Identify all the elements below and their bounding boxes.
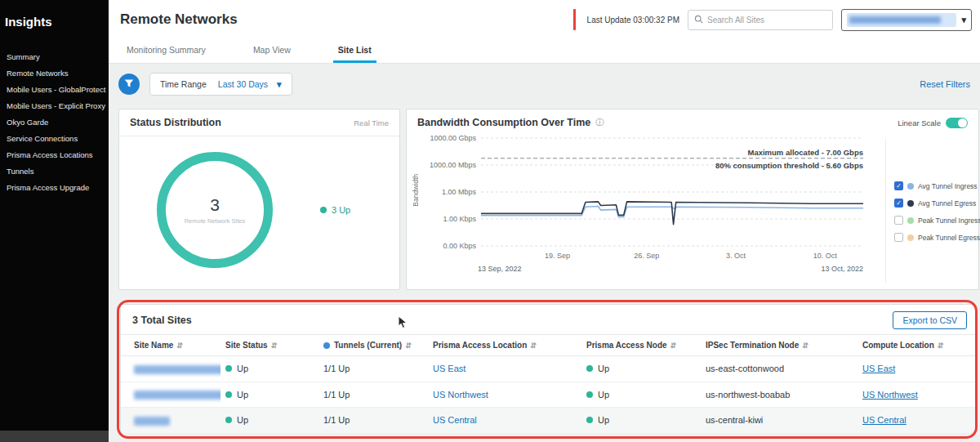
time-range-control[interactable]: Time Range Last 30 Days ▾ (149, 73, 292, 96)
sidebar-item-service-connections[interactable]: Service Connections (0, 130, 109, 146)
site-search[interactable] (688, 10, 833, 30)
series-color-dot (907, 234, 914, 241)
checkbox-icon[interactable]: ✓ (894, 181, 903, 190)
sidebar-footer (0, 431, 109, 442)
chevron-down-icon: ▾ (277, 79, 282, 90)
funnel-icon (124, 77, 134, 92)
info-icon[interactable]: ⓘ (595, 117, 604, 128)
compute-location-cell[interactable]: US Northwest (858, 382, 975, 408)
last-update-label: Last Update 03:00:32 PM (587, 16, 679, 25)
col-site-status[interactable]: Site Status⇵ (220, 335, 318, 356)
site-name-cell[interactable] (121, 408, 220, 434)
status-distribution-card: Status Distribution Real Time 3 Remote N… (118, 109, 400, 290)
sidebar-item-mobile-users-globalprotect[interactable]: Mobile Users - GlobalProtect (0, 81, 109, 97)
site-status-cell: Up (220, 382, 318, 408)
svg-text:3. Oct: 3. Oct (726, 252, 746, 260)
up-status-dot (320, 207, 327, 213)
col-pa-location[interactable]: Prisma Access Location⇵ (428, 335, 581, 356)
sort-icon[interactable]: ⇵ (938, 342, 944, 350)
bandwidth-card: Bandwidth Consumption Over Time ⓘ Linear… (406, 109, 979, 290)
pa-location-cell[interactable]: US Central (428, 408, 581, 434)
status-card-title: Status Distribution (130, 117, 221, 128)
status-donut-chart: 3 Remote Network Sites (157, 152, 273, 268)
svg-text:13 Sep, 2022: 13 Sep, 2022 (478, 265, 522, 273)
export-csv-button[interactable]: Export to CSV (893, 311, 967, 329)
ipsec-node-cell: us-northwest-boabab (701, 382, 858, 408)
y-axis-label: Bandwidth (412, 174, 422, 207)
compute-location-cell[interactable]: US Central (858, 408, 975, 434)
site-name-cell[interactable] (121, 382, 220, 408)
site-status-cell: Up (220, 408, 318, 434)
svg-text:1.00 Mbps: 1.00 Mbps (442, 188, 477, 196)
legend-peak-tunnel-egress[interactable]: Peak Tunnel Egress (894, 233, 978, 242)
account-redacted-value (847, 13, 956, 27)
table-row: Up 1/1 Up US Central Up us-central-kiwi … (121, 408, 975, 434)
svg-text:19. Sep: 19. Sep (545, 252, 570, 260)
account-dropdown[interactable]: ▾ (841, 9, 972, 31)
status-dot (586, 417, 593, 423)
sort-icon[interactable]: ⇵ (176, 342, 183, 350)
sort-icon[interactable]: ⇵ (670, 342, 677, 350)
checkbox-icon[interactable] (894, 233, 903, 242)
sidebar-item-tunnels[interactable]: Tunnels (0, 163, 109, 179)
sidebar-item-okyo-garde[interactable]: Okyo Garde (0, 114, 109, 130)
col-compute-location[interactable]: Compute Location⇵ (858, 335, 975, 356)
sort-icon[interactable]: ⇵ (802, 342, 808, 350)
sidebar-item-summary[interactable]: Summary (0, 48, 109, 65)
tab-map-view[interactable]: Map View (248, 39, 296, 63)
series-color-dot (907, 217, 914, 224)
legend-peak-tunnel-ingress[interactable]: Peak Tunnel Ingress (894, 216, 978, 225)
sidebar-item-prisma-access-upgrade[interactable]: Prisma Access Upgrade (0, 179, 109, 195)
search-input[interactable] (707, 16, 826, 25)
svg-text:10. Oct: 10. Oct (813, 252, 838, 260)
series-color-dot (907, 200, 914, 207)
sort-icon[interactable]: ⇵ (271, 342, 278, 350)
col-pa-node[interactable]: Prisma Access Node⇵ (581, 335, 701, 356)
tunnels-cell: 1/1 Up (318, 356, 428, 382)
sort-icon[interactable]: ⇵ (530, 342, 537, 350)
sidebar-item-prisma-access-locations[interactable]: Prisma Access Locations (0, 146, 109, 163)
site-name-cell[interactable] (121, 356, 220, 382)
filter-button[interactable] (118, 74, 140, 95)
checkbox-icon[interactable]: ✓ (894, 199, 903, 208)
svg-text:80% consumption threshold -: 80% consumption threshold - 5.60 Gbps (715, 161, 863, 170)
status-dot (225, 365, 232, 372)
site-status-cell: Up (220, 356, 318, 382)
pa-location-cell[interactable]: US East (428, 356, 581, 382)
col-ipsec-node[interactable]: IPSec Termination Node⇵ (701, 335, 858, 356)
legend-avg-tunnel-egress[interactable]: ✓Avg Tunnel Egress (894, 199, 978, 208)
status-dot (586, 365, 593, 372)
linear-scale-toggle[interactable] (946, 118, 968, 128)
svg-text:Maximum allocated - 7.00 Gbp: Maximum allocated - 7.00 Gbps (748, 148, 864, 157)
bandwidth-card-title: Bandwidth Consumption Over Time (417, 117, 590, 128)
sidebar-item-remote-networks[interactable]: Remote Networks (0, 65, 109, 81)
app-title: Insights (0, 0, 109, 48)
reset-filters-link[interactable]: Reset Filters (920, 79, 970, 89)
checkbox-icon[interactable] (894, 216, 903, 225)
compute-location-cell[interactable]: US East (858, 356, 975, 382)
series-color-dot (907, 183, 914, 190)
tab-bar: Monitoring Summary Map View Site List (109, 39, 980, 64)
tab-site-list[interactable]: Site List (333, 39, 376, 63)
tunnels-indicator-dot (323, 342, 330, 349)
pa-location-cell[interactable]: US Northwest (428, 382, 581, 408)
redacted-site-name (134, 365, 220, 374)
col-site-name[interactable]: Site Name⇵ (121, 335, 220, 356)
main-area: Remote Networks Last Update 03:00:32 PM … (109, 0, 980, 442)
ipsec-node-cell: us-central-kiwi (701, 408, 858, 434)
chevron-down-icon: ▾ (961, 15, 966, 25)
sites-table-card: 3 Total Sites Export to CSV Site Name⇵ S… (120, 304, 976, 433)
time-range-value[interactable]: Last 30 Days ▾ (216, 79, 292, 90)
tab-monitoring-summary[interactable]: Monitoring Summary (122, 39, 211, 63)
table-header-row: Site Name⇵ Site Status⇵ Tunnels (Current… (121, 335, 975, 356)
sort-icon[interactable]: ⇵ (405, 342, 412, 350)
tunnels-cell: 1/1 Up (318, 382, 428, 408)
search-icon (694, 12, 703, 27)
svg-text:13 Oct, 2022: 13 Oct, 2022 (821, 265, 863, 273)
linear-scale-label: Linear Scale (898, 118, 941, 127)
col-tunnels[interactable]: Tunnels (Current)⇵ (318, 335, 428, 356)
pa-node-cell: Up (581, 382, 701, 408)
legend-avg-tunnel-ingress[interactable]: ✓Avg Tunnel Ingress (894, 181, 978, 190)
sidebar-item-mobile-users-explicit-proxy[interactable]: Mobile Users - Explicit Proxy (0, 97, 109, 114)
svg-text:1000.00 Gbps: 1000.00 Gbps (430, 134, 476, 142)
